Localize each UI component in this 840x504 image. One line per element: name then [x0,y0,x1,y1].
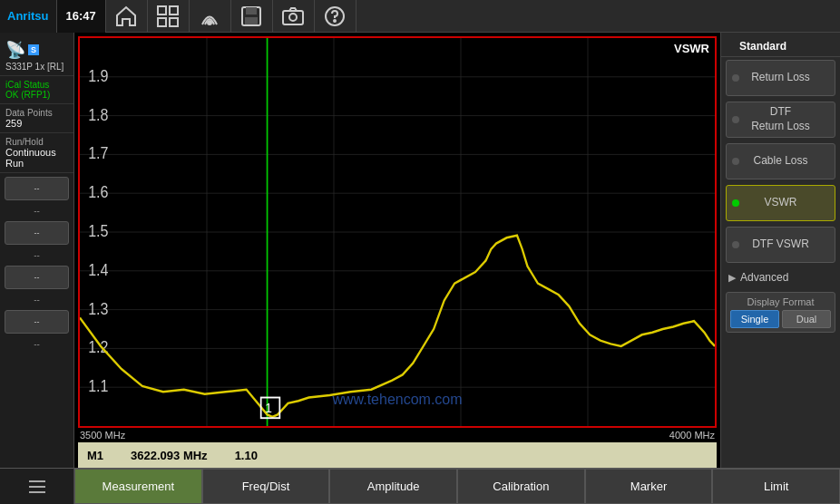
nav-calibration[interactable]: Calibration [457,469,585,504]
run-hold-label: Run/Hold [5,137,68,147]
return-loss-indicator [732,74,739,82]
cable-loss-label: Cable Loss [753,154,807,169]
df-single-btn[interactable]: Single [730,310,779,328]
run-hold-value2: Run [5,158,68,169]
run-hold-value1: Continuous [5,147,68,158]
svg-text:1: 1 [265,400,272,415]
s-badge: S [28,44,39,55]
df-buttons: Single Dual [730,310,831,328]
device-info: 📡 S S331P 1x [RL] [0,36,73,76]
freq-start: 3500 MHz [80,430,125,441]
bottom-nav: Measurement Freq/Dist Amplitude Calibrat… [74,468,840,504]
svg-point-9 [289,14,297,21]
display-format-box: Display Format Single Dual [726,292,835,333]
nav-limit[interactable]: Limit [712,469,840,504]
return-loss-label: Return Loss [751,71,810,85]
svg-rect-3 [170,18,178,26]
device-name: S331P 1x [RL] [5,62,68,72]
antenna-icon: 📡 [5,40,25,60]
help-icon-btn[interactable] [315,0,357,33]
marker-label: M1 [87,449,103,462]
top-bar: Anritsu 16:47 [0,0,840,33]
nav-measurement[interactable]: Measurement [74,469,202,504]
chart-title: VSWR [674,42,709,55]
svg-text:1.7: 1.7 [88,145,108,163]
cable-loss-indicator [732,158,739,165]
svg-rect-2 [158,18,166,26]
ical-status-label: iCal Status [5,80,68,90]
dtf-return-loss-btn[interactable]: DTFReturn Loss [726,102,835,138]
sidebar-button-1[interactable]: -- [5,177,69,200]
svg-point-4 [208,21,211,24]
svg-text:1.8: 1.8 [88,106,108,124]
dtf-return-loss-label: DTFReturn Loss [751,105,810,133]
display-format-title: Display Format [730,296,831,307]
svg-rect-6 [246,7,257,15]
svg-text:1.5: 1.5 [88,222,108,240]
data-points-panel: Data Points 259 [0,104,73,133]
svg-text:1.9: 1.9 [88,67,108,85]
save-icon-btn[interactable] [231,0,273,33]
vswr-label: VSWR [765,196,797,210]
sidebar-button-4[interactable]: -- [5,310,69,334]
svg-text:1.6: 1.6 [88,184,108,202]
data-points-label: Data Points [5,108,68,118]
vswr-indicator [732,199,739,207]
advanced-label: Advanced [740,271,788,284]
signal-icon-btn[interactable] [190,0,231,33]
sidebar-button-2[interactable]: -- [5,221,69,245]
return-loss-btn[interactable]: Return Loss [726,60,835,96]
clock-display: 16:47 [57,0,106,33]
vswr-btn[interactable]: VSWR [726,185,835,221]
camera-icon-btn[interactable] [273,0,315,33]
ical-status-panel: iCal Status OK (RFP1) [0,76,73,104]
data-points-value: 259 [5,118,68,129]
right-sidebar: Standard Return Loss DTFReturn Loss Cabl… [720,33,840,468]
svg-point-11 [334,20,336,22]
svg-text:1.3: 1.3 [88,300,108,318]
chart-svg: 1.9 1.8 1.7 1.6 1.5 1.4 1.3 1.2 1.1 1 [80,38,715,426]
grid-icon-btn[interactable] [148,0,190,33]
nav-marker[interactable]: Marker [585,469,713,504]
hamburger-icon-btn[interactable] [0,468,74,504]
sidebar-button-3[interactable]: -- [5,266,69,289]
dtf-return-loss-indicator [732,116,739,123]
home-icon-btn[interactable] [106,0,148,33]
left-sidebar: 📡 S S331P 1x [RL] iCal Status OK (RFP1) … [0,33,74,468]
logo: Anritsu [0,0,57,33]
svg-rect-7 [245,17,258,24]
advanced-arrow-icon: ▶ [728,272,736,284]
dtf-vswr-indicator [732,241,739,248]
nav-freq-dist[interactable]: Freq/Dist [202,469,330,504]
dtf-vswr-btn[interactable]: DTF VSWR [726,227,835,263]
nav-amplitude[interactable]: Amplitude [329,469,457,504]
svg-text:1.1: 1.1 [88,378,108,396]
main-area: 📡 S S331P 1x [RL] iCal Status OK (RFP1) … [0,33,840,468]
svg-text:1.4: 1.4 [88,261,108,279]
freq-labels: 3500 MHz 4000 MHz [74,428,720,442]
df-dual-btn[interactable]: Dual [782,310,831,328]
marker-freq: 3622.093 MHz [131,449,208,462]
chart-container: VSWR 1.9 1.8 [78,36,717,428]
dtf-vswr-label: DTF VSWR [752,237,809,252]
run-hold-panel: Run/Hold Continuous Run [0,133,73,173]
marker-value: 1.10 [235,449,258,462]
marker-bar: M1 3622.093 MHz 1.10 [78,442,717,468]
svg-rect-0 [158,6,166,15]
hamburger-icon [26,476,48,498]
svg-rect-1 [170,6,178,15]
bottom-bar: Measurement Freq/Dist Amplitude Calibrat… [0,468,840,504]
freq-end: 4000 MHz [669,430,715,441]
chart-area: VSWR 1.9 1.8 [74,33,720,468]
advanced-row[interactable]: ▶ Advanced [721,266,840,289]
cable-loss-btn[interactable]: Cable Loss [726,143,835,179]
standard-label: Standard [721,36,840,57]
ical-status-value: OK (RFP1) [5,90,68,100]
